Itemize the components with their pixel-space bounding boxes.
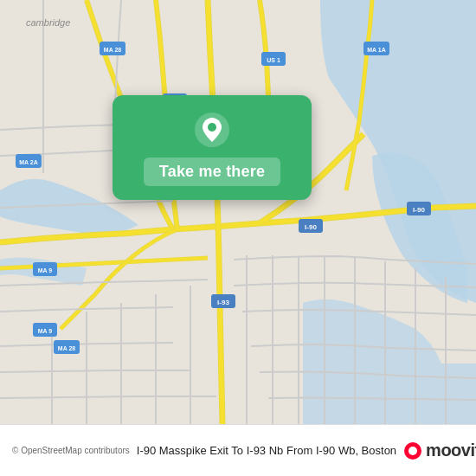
moovit-wordmark: moovit	[426, 441, 476, 460]
svg-text:I-93: I-93	[217, 299, 229, 306]
osm-credit: © OpenStreetMap contributors	[12, 446, 130, 455]
route-info: I-90 Masspike Exit To I-93 Nb From I-90 …	[137, 444, 396, 457]
svg-point-25	[208, 123, 216, 132]
svg-text:MA 1A: MA 1A	[367, 47, 386, 53]
bottom-bar: © OpenStreetMap contributors I-90 Masspi…	[0, 424, 476, 476]
map-container: I-90 I-90 I-93 MA 28 MA 3 US 1 MA 1A MA …	[0, 0, 476, 424]
moovit-logo: moovit	[403, 441, 476, 460]
svg-text:cambridge: cambridge	[26, 17, 70, 28]
svg-point-27	[408, 447, 417, 455]
svg-text:MA 9: MA 9	[38, 267, 53, 273]
location-card[interactable]: Take me there	[113, 95, 312, 200]
take-me-there-button[interactable]: Take me there	[144, 158, 280, 186]
pin-icon	[193, 111, 231, 149]
svg-text:MA 28: MA 28	[104, 47, 121, 53]
svg-text:MA 2A: MA 2A	[19, 159, 38, 165]
svg-text:MA 28: MA 28	[58, 345, 75, 351]
svg-text:I-90: I-90	[305, 223, 317, 231]
moovit-brand-icon	[403, 441, 422, 460]
svg-text:I-90: I-90	[413, 206, 425, 214]
svg-text:MA 9: MA 9	[38, 328, 53, 334]
map-svg: I-90 I-90 I-93 MA 28 MA 3 US 1 MA 1A MA …	[0, 0, 476, 424]
svg-text:US 1: US 1	[267, 57, 280, 63]
route-title: I-90 Masspike Exit To I-93 Nb From I-90 …	[137, 444, 396, 457]
